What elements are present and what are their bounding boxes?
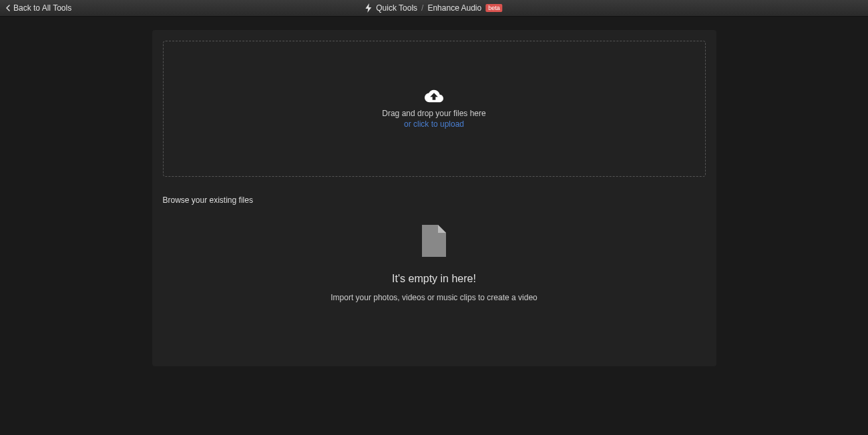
- header-bar: Back to All Tools Quick Tools / Enhance …: [0, 0, 868, 17]
- beta-badge: beta: [485, 4, 503, 12]
- breadcrumb-item-2: Enhance Audio: [427, 3, 481, 13]
- file-icon-wrap: [422, 225, 446, 260]
- breadcrumb-separator: /: [421, 3, 423, 13]
- main-content: Drag and drop your files here or click t…: [0, 17, 868, 380]
- empty-state-title: It's empty in here!: [392, 273, 476, 285]
- file-icon: [422, 225, 446, 257]
- breadcrumb-item-1[interactable]: Quick Tools: [376, 3, 417, 13]
- empty-state: It's empty in here! Import your photos, …: [163, 218, 706, 356]
- cloud-upload-icon: [425, 89, 443, 103]
- chevron-left-icon: [5, 4, 11, 12]
- lightning-icon: [365, 3, 372, 13]
- upload-panel: Drag and drop your files here or click t…: [152, 30, 716, 366]
- back-button[interactable]: Back to All Tools: [5, 3, 71, 13]
- dropzone-text-primary: Drag and drop your files here: [382, 109, 485, 118]
- breadcrumb: Quick Tools / Enhance Audio beta: [365, 3, 502, 13]
- empty-state-subtitle: Import your photos, videos or music clip…: [331, 293, 537, 302]
- browse-section-label: Browse your existing files: [163, 195, 706, 205]
- back-label: Back to All Tools: [13, 3, 71, 13]
- dropzone-text-link: or click to upload: [404, 119, 464, 129]
- dropzone[interactable]: Drag and drop your files here or click t…: [163, 41, 706, 177]
